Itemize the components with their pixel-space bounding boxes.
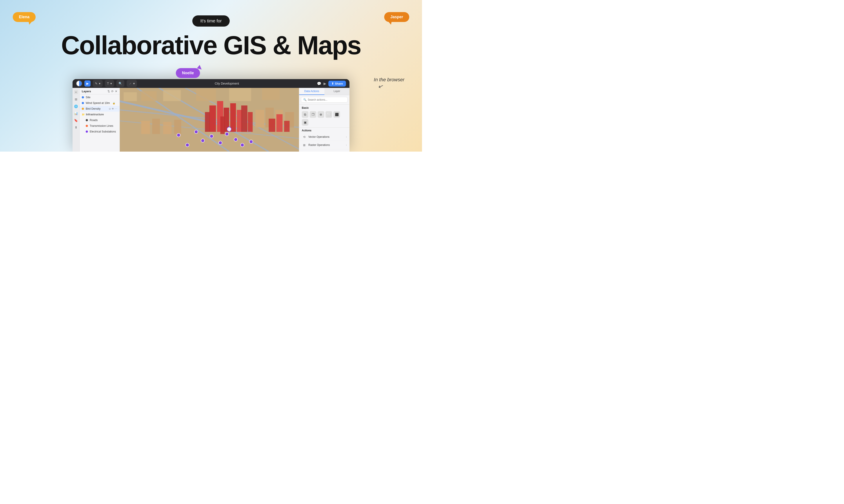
measure-tools-group: ⟋ ▾ <box>127 80 137 87</box>
measure-icon: ⟋ <box>129 82 132 85</box>
app-content: + ⊞ 🌐 📊 🔖 ⬆ Layers ⇅ ⟳ ✕ <box>72 88 350 151</box>
sort-button[interactable]: ⇅ <box>107 90 110 93</box>
bubble-elena: Elena <box>13 12 36 22</box>
svg-rect-9 <box>163 90 181 101</box>
left-sidebar: + ⊞ 🌐 📊 🔖 ⬆ Layers ⇅ ⟳ ✕ <box>72 88 120 151</box>
play-button[interactable]: ▶ <box>323 82 326 86</box>
chart-icon[interactable]: 📊 <box>74 112 78 115</box>
search-tool-group: 🔍 <box>116 80 124 87</box>
svg-rect-17 <box>230 103 236 132</box>
right-panel: Data Actions Layer 🔍 Basic ⧉ ❒ ⊕ <box>299 88 350 151</box>
layer-label: Roads <box>90 119 98 122</box>
eye-icon[interactable]: 👁 <box>112 107 114 110</box>
layers-header: Layers ⇅ ⟳ ✕ <box>80 88 120 94</box>
title-bar: ▶ ✎ ▾ T ▾ 🔍 ⟋ ▾ City Development <box>72 79 350 88</box>
action-vector-operations[interactable]: ⟲ Vector Operations › <box>299 133 350 141</box>
layer-color-dot <box>86 125 88 127</box>
map-area[interactable] <box>120 88 299 151</box>
nav-back-button[interactable]: ▶ <box>84 80 91 87</box>
layer-label: Wind Speed at 10m <box>86 102 110 105</box>
svg-rect-12 <box>262 88 280 100</box>
panel-search: 🔍 <box>299 95 350 105</box>
draw-tools-group: ✎ ▾ <box>93 80 103 87</box>
layer-label: Site <box>86 96 91 99</box>
svg-rect-24 <box>163 122 172 134</box>
bookmark-icon[interactable]: 🔖 <box>74 119 78 122</box>
action-vector-label: Vector Operations <box>309 135 344 139</box>
svg-point-42 <box>249 140 253 143</box>
svg-point-34 <box>210 134 213 138</box>
chevron-icon2: ▾ <box>110 82 112 85</box>
layer-color-dot <box>86 130 88 133</box>
tab-layer[interactable]: Layer <box>324 88 350 95</box>
svg-rect-32 <box>284 121 290 132</box>
svg-point-39 <box>177 133 180 137</box>
tool-clip[interactable]: ⬜ <box>326 111 332 118</box>
layer-label: Electrical Substations <box>90 130 116 133</box>
share-icon: ⬆ <box>331 82 334 85</box>
layer-action-icons: ⊙ 👁 ⋯ <box>109 107 117 110</box>
pencil-icon: ✎ <box>95 82 98 85</box>
svg-rect-31 <box>277 114 283 132</box>
action-raster-label: Raster Operations <box>309 143 344 146</box>
basic-tools-group: ⧉ ❒ ⊕ ⬜ ⬛ ▣ <box>299 110 350 127</box>
in-browser-label: In the browser <box>374 77 404 83</box>
svg-rect-7 <box>124 92 137 101</box>
chevron-icon: ▾ <box>99 82 101 85</box>
svg-point-37 <box>219 141 222 145</box>
close-layers-button[interactable]: ✕ <box>115 90 117 93</box>
share-button[interactable]: ⬆ Share <box>328 80 346 87</box>
layer-item-roads[interactable]: Roads <box>80 117 120 123</box>
refresh-button[interactable]: ⟳ <box>111 90 113 93</box>
arrow-icon: › <box>346 135 347 139</box>
svg-rect-21 <box>248 112 253 132</box>
svg-rect-10 <box>196 89 216 101</box>
search-icon: 🔍 <box>119 82 122 85</box>
layer-item-bird[interactable]: Bird Density ⊙ 👁 ⋯ <box>80 106 120 112</box>
tool-merge[interactable]: ⊕ <box>318 111 324 118</box>
arrow-icon: › <box>346 143 347 146</box>
search-input[interactable] <box>308 98 345 101</box>
group-label: Infrastructure <box>86 113 104 116</box>
upload-icon[interactable]: ⬆ <box>75 126 77 129</box>
svg-point-38 <box>234 138 238 141</box>
tool-intersect[interactable]: ▣ <box>302 119 309 126</box>
search-icon: 🔍 <box>303 98 306 101</box>
layer-group-infrastructure[interactable]: 📁 Infrastructure <box>80 112 120 117</box>
search-box[interactable]: 🔍 <box>301 97 348 103</box>
folder-icon: 📁 <box>82 113 85 116</box>
text-icon: T <box>107 82 109 85</box>
tool-copy[interactable]: ⧉ <box>302 111 309 118</box>
its-time-pill: It's time for <box>192 15 229 26</box>
more-icon[interactable]: ⋯ <box>115 107 117 110</box>
action-tools-workflows[interactable]: ⚡ Tools & Workflows › <box>299 149 350 151</box>
svg-point-36 <box>201 139 205 142</box>
right-panel-tabs: Data Actions Layer <box>299 88 350 95</box>
svg-rect-16 <box>205 112 210 132</box>
tab-data-actions[interactable]: Data Actions <box>299 88 324 95</box>
action-raster-operations[interactable]: ⊞ Raster Operations › <box>299 141 350 149</box>
tool-duplicate[interactable]: ❒ <box>310 111 316 118</box>
layer-item-electrical[interactable]: Electrical Substations <box>80 129 120 134</box>
layers-title: Layers <box>82 90 91 93</box>
actions-section-title: Actions <box>299 127 350 133</box>
title-bar-left: ▶ ✎ ▾ T ▾ 🔍 ⟋ ▾ <box>76 80 137 87</box>
tool-erase[interactable]: ⬛ <box>333 111 340 118</box>
basic-section-title: Basic <box>299 105 350 110</box>
layer-item-transmission[interactable]: Transmission Lines <box>80 123 120 129</box>
globe-nav-icon[interactable]: 🌐 <box>74 105 78 108</box>
svg-point-33 <box>194 130 198 133</box>
target-icon[interactable]: ⊙ <box>109 107 111 110</box>
comment-button[interactable]: 💬 <box>317 82 321 86</box>
layer-label: Transmission Lines <box>90 124 113 127</box>
add-button[interactable]: + <box>74 90 78 94</box>
svg-point-40 <box>186 143 189 147</box>
app-window: ▶ ✎ ▾ T ▾ 🔍 ⟋ ▾ City Development <box>72 79 350 151</box>
svg-rect-13 <box>209 106 216 132</box>
map-canvas <box>120 88 299 151</box>
layer-item-site[interactable]: Site <box>80 94 120 100</box>
layer-item-wind[interactable]: Wind Speed at 10m 🔒 <box>80 100 120 106</box>
layers-icon[interactable]: ⊞ <box>75 97 77 101</box>
svg-rect-19 <box>221 116 225 134</box>
layer-label: Bird Density <box>86 107 101 110</box>
